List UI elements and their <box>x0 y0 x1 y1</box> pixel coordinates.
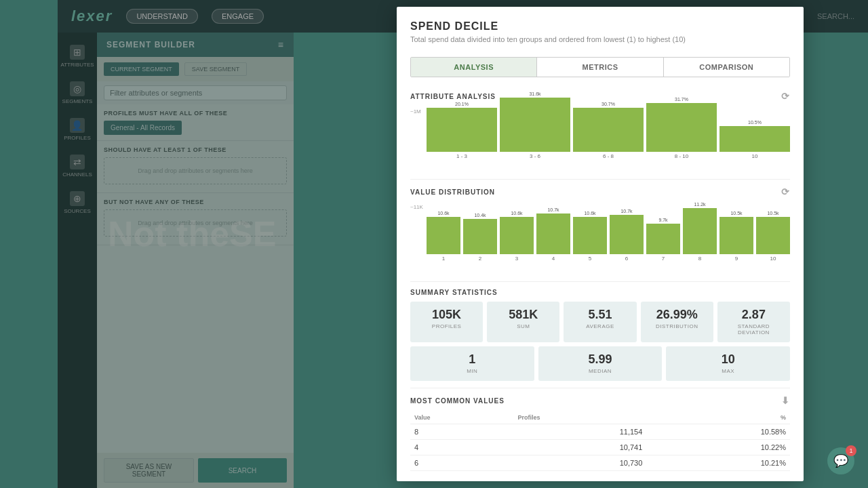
bar-label: 1 <box>442 256 445 262</box>
modal-header: SPEND DECILE Total spend data divided in… <box>397 7 804 50</box>
value-cell: 8 <box>410 424 513 440</box>
attribute-analysis-section: ATTRIBUTE ANALYSIS ⟳ ~1M 20.1% 1 - 3 31.… <box>397 84 804 179</box>
chart-bar-group: 11.2k 8 <box>683 202 717 262</box>
chart-bar-group: 10.7k 4 <box>536 207 570 262</box>
table-row: 4 10,741 10.22% <box>410 440 790 455</box>
percent-cell: 10.21% <box>646 455 790 471</box>
most-common-export-icon[interactable]: ⬇ <box>781 395 790 406</box>
value-distribution-title: VALUE DISTRIBUTION <box>410 188 495 196</box>
chart-bar-group: 10.5k 10 <box>756 211 790 262</box>
stat-value: 1 <box>416 353 529 365</box>
chart-bar-group: 30.7% 6 - 8 <box>573 102 644 159</box>
value-distribution-section: VALUE DISTRIBUTION ⟳ ~11K 10.6k 1 10.4k … <box>397 180 804 281</box>
bar-value: 10.7k <box>620 209 632 214</box>
stat-label: AVERAGE <box>569 323 631 329</box>
bar-value: 10.6k <box>437 211 449 216</box>
value-cell: 4 <box>410 440 513 455</box>
profiles-cell: 11,154 <box>513 424 646 440</box>
stat-label: MIN <box>416 368 529 374</box>
chart-bar-group: 20.1% 1 - 3 <box>427 102 497 159</box>
bar-value: 10.7k <box>547 207 559 212</box>
stats-row-2: 1 MIN 5.99 MEDIAN 10 MAX <box>410 346 790 381</box>
chart-bar-group: 10.7k 6 <box>610 209 644 262</box>
bar-value: 31.6k <box>529 92 540 96</box>
chat-icon: 💬 <box>833 453 848 468</box>
col-value: Value <box>410 411 513 424</box>
stat-value: 5.51 <box>569 308 631 321</box>
bar-label: 7 <box>662 256 665 262</box>
chart-bar-group: 10.5k 9 <box>719 211 753 262</box>
attribute-analysis-icon[interactable]: ⟳ <box>781 91 790 102</box>
tab-metrics[interactable]: METRICS <box>537 58 663 77</box>
bar-label: 6 <box>625 256 628 262</box>
bar-value: 9.7k <box>658 218 667 222</box>
most-common-values-section: MOST COMMON VALUES ⬇ Value Profiles % 8 … <box>397 388 804 478</box>
bar-label: 8 - 10 <box>675 153 688 159</box>
chart-bar-group: 31.7% 8 - 10 <box>646 97 717 159</box>
stat-card: 5.99 MEDIAN <box>538 346 663 381</box>
stat-card: 581K SUM <box>487 302 559 342</box>
bar-value: 10.6k <box>511 211 522 216</box>
chart-bar <box>610 215 644 254</box>
chart-bar <box>463 219 497 254</box>
chart-bar-group: 10.5% 10 <box>719 120 790 159</box>
chart-bar <box>573 108 644 152</box>
chart-bar-group: 10.6k 5 <box>573 211 607 262</box>
value-distribution-chart: ~11K 10.6k 1 10.4k 2 10.6k 3 10.7k 4 10.… <box>410 204 790 272</box>
col-profiles: Profiles <box>513 411 646 424</box>
bar-label: 8 <box>698 256 701 262</box>
bar-value: 11.2k <box>694 202 705 207</box>
stat-value: 26.99% <box>646 308 708 321</box>
chart-bar-group: 31.6k 3 - 6 <box>500 92 570 159</box>
value-distribution-icon[interactable]: ⟳ <box>781 186 790 197</box>
chart-bar <box>536 214 570 254</box>
summary-statistics-title: SUMMARY STATISTICS <box>410 289 498 296</box>
chart-bar <box>500 98 570 152</box>
stat-card: 26.99% DISTRIBUTION <box>641 302 713 342</box>
stat-label: STANDARD DEVIATION <box>723 323 785 336</box>
bar-value: 10.5% <box>748 120 762 125</box>
bar-label: 3 <box>515 256 518 262</box>
chat-badge: 1 <box>846 445 856 456</box>
bar-label: 10 <box>752 153 758 159</box>
percent-cell: 10.58% <box>646 424 790 440</box>
stats-row-1: 105K PROFILES 581K SUM 5.51 AVERAGE 26.9… <box>410 302 790 342</box>
tab-comparison[interactable]: COMPARISON <box>664 58 789 77</box>
bar-label: 2 <box>479 256 481 262</box>
bar-value: 10.5k <box>767 211 778 216</box>
stat-value: 2.87 <box>723 308 785 321</box>
col-percent: % <box>646 411 790 424</box>
bar-label: 10 <box>770 256 776 262</box>
tab-analysis[interactable]: ANALYSIS <box>411 58 537 77</box>
stat-card: 5.51 AVERAGE <box>564 302 636 342</box>
values-table: Value Profiles % 8 11,154 10.58% 4 10,74… <box>410 411 790 471</box>
stat-value: 5.99 <box>544 353 657 365</box>
attribute-analysis-title: ATTRIBUTE ANALYSIS <box>410 93 496 100</box>
chart-bar-group: 10.6k 3 <box>500 211 534 262</box>
summary-statistics-section: SUMMARY STATISTICS 105K PROFILES 581K SU… <box>397 282 804 388</box>
bar-value: 20.1% <box>455 102 469 106</box>
stat-card: 2.87 STANDARD DEVIATION <box>717 302 790 342</box>
stat-card: 105K PROFILES <box>410 302 483 342</box>
bar-value: 10.4k <box>474 213 486 218</box>
stat-value: 105K <box>416 308 477 321</box>
modal-subtitle: Total spend data divided into ten groups… <box>410 35 790 43</box>
chart-bar <box>427 217 460 254</box>
bar-label: 3 - 6 <box>530 153 540 159</box>
chart-bar-group: 10.6k 1 <box>427 211 460 262</box>
attribute-analysis-chart: ~1M 20.1% 1 - 3 31.6k 3 - 6 30.7% 6 - 8 … <box>410 108 790 169</box>
stat-value: 10 <box>671 353 785 365</box>
chart-bar-group: 9.7k 7 <box>646 218 680 262</box>
bar-label: 9 <box>735 256 738 262</box>
bar-value: 30.7% <box>601 102 615 106</box>
chart-bar <box>500 217 534 254</box>
chart-bar <box>756 217 790 254</box>
profiles-cell: 10,730 <box>513 455 646 471</box>
bar-value: 10.5k <box>730 211 742 216</box>
modal-title: SPEND DECILE <box>410 20 790 33</box>
chat-button[interactable]: 💬 1 <box>827 447 854 474</box>
percent-cell: 10.22% <box>646 440 790 455</box>
modal-tabs: ANALYSIS METRICS COMPARISON <box>410 57 790 77</box>
chart-bar <box>573 217 607 254</box>
chart-bar <box>646 224 680 254</box>
